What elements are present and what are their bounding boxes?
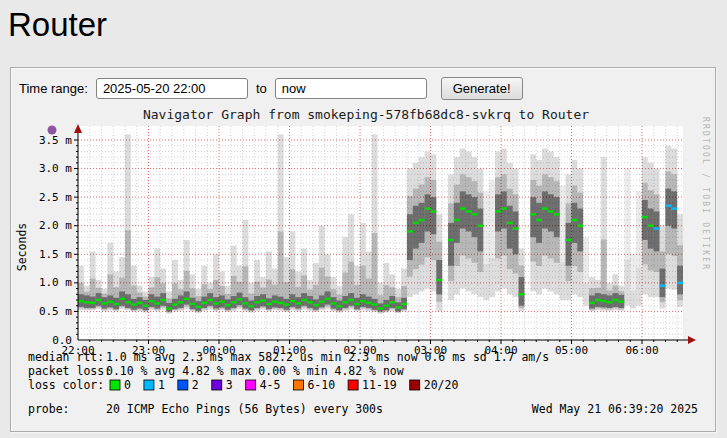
graph-timestamp: Wed May 21 06:39:20 2025 [532,402,698,416]
y-axis-label: Seconds [15,223,29,271]
loss-color-value: 1 [158,378,165,392]
loss-color-value: 2 [192,378,199,392]
loss-color-swatch [178,380,188,390]
loss-color-value: 6-10 [307,378,335,392]
loss-color-swatch [410,380,420,390]
y-tick-label: 3.5 m [39,134,72,147]
loss-color-label: loss color: [28,378,104,392]
loss-color-value: 0 [124,378,131,392]
rrdtool-watermark: RRDTOOL / TOBI OETIKER [701,117,710,271]
loss-color-value: 4-5 [260,378,281,392]
y-tick-label: 1.5 m [39,248,72,261]
y-tick-label: 0.0 [52,334,72,347]
generate-button[interactable]: Generate! [441,77,523,100]
to-label: to [256,81,267,96]
graph-title: Navigator Graph from smokeping-578fb68dc… [143,107,589,122]
loss-color-value: 11-19 [362,378,397,392]
start-time-input[interactable] [96,78,248,99]
packet-loss-values: 0.10 % avg 4.82 % max 0.00 % min 4.82 % … [106,364,404,378]
y-tick-label: 2.5 m [39,191,72,204]
zoom-marker-dot[interactable] [48,126,57,135]
median-rtt-label: median rtt: [28,350,104,364]
x-tick-label: 06:00 [625,344,658,357]
median-rtt-values: 1.0 ms avg 2.3 ms max 582.2 us min 2.3 m… [106,350,549,364]
time-range-form: Time range: to Generate! [11,68,715,102]
loss-color-swatch [293,380,303,390]
smoke-graph-svg[interactable]: 22:0023:0000:0001:0002:0003:0004:0005:00… [14,103,712,429]
probe-label: probe: [28,402,70,416]
page-title: Router [8,6,727,44]
loss-color-value: 20/20 [424,378,459,392]
x-tick-label: 05:00 [555,344,588,357]
loss-color-swatch [348,380,358,390]
loss-color-swatch [144,380,154,390]
y-tick-label: 0.5 m [39,305,72,318]
navigator-graph[interactable]: 22:0023:0000:0001:0002:0003:0004:0005:00… [14,103,712,429]
y-tick-label: 3.0 m [39,162,72,175]
loss-color-swatch [212,380,222,390]
packet-loss-label: packet loss: [28,364,111,378]
loss-color-swatch [246,380,256,390]
time-range-label: Time range: [19,81,88,96]
loss-color-swatch [110,380,120,390]
y-tick-label: 1.0 m [39,276,72,289]
control-panel: Time range: to Generate! 22:0023:0000:00… [10,67,716,432]
probe-values: 20 ICMP Echo Pings (56 Bytes) every 300s [106,402,383,416]
x-axis-arrow [688,336,696,344]
loss-color-value: 3 [226,378,233,392]
y-tick-label: 2.0 m [39,219,72,232]
end-time-input[interactable] [275,78,427,99]
